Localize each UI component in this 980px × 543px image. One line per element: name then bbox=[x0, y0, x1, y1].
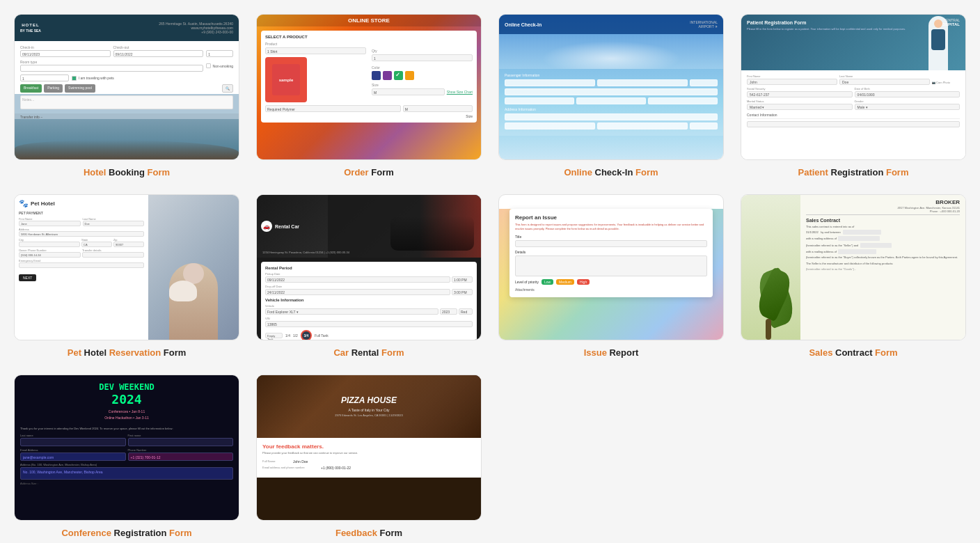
card-car-rental[interactable]: 🚗 Rental Car 1234 Hemingway St. Pasadena… bbox=[256, 194, 482, 358]
card-patient-form[interactable]: Patient Registration Form Please fill in… bbox=[741, 14, 966, 178]
label-checkin-form: Online Check-In Form bbox=[564, 167, 658, 178]
hotel-logo: HOTEL BY THE SEA bbox=[20, 23, 41, 32]
feedback-fullname: John Doe bbox=[293, 459, 308, 464]
feedback-title: Your feedback matters. bbox=[262, 443, 475, 450]
thumb-hotel-booking: HOTEL BY THE SEA 265 Hermitage St. Austi… bbox=[14, 14, 239, 160]
label-patient-form: Patient Registration Form bbox=[798, 167, 909, 178]
label-hotel-booking: Hotel Booking Form bbox=[84, 167, 170, 178]
conf-dates-2: Online Hackathon • Jan 3-11 bbox=[20, 416, 233, 420]
pizza-tagline: A Taste of Italy in Your City bbox=[348, 408, 389, 412]
thumb-feedback-form: PIZZA HOUSE A Taste of Italy in Your Cit… bbox=[256, 375, 482, 521]
card-order-form[interactable]: ONLINE STORE SELECT A PRODUCT Product 1 … bbox=[256, 14, 482, 178]
thumb-car-rental: 🚗 Rental Car 1234 Hemingway St. Pasadena… bbox=[256, 194, 482, 340]
conf-description: Thank you for your interest in attending… bbox=[20, 427, 233, 431]
label-conference-form: Conference Registration Form bbox=[61, 528, 191, 538]
feedback-desc: Please provide your feedback so that we … bbox=[262, 451, 475, 455]
pizza-brand-name: PIZZA HOUSE bbox=[341, 396, 397, 405]
label-feedback-form: Feedback Form bbox=[335, 528, 402, 538]
form-gallery: HOTEL BY THE SEA 265 Hermitage St. Austi… bbox=[14, 14, 966, 538]
card-issue-report[interactable]: Report an Issue This form is designed to… bbox=[498, 194, 724, 358]
thumb-pet-hotel: 🐾 Pet Hotel PET PAYMENT First Name Jane … bbox=[14, 194, 239, 340]
hotel-header-info: 265 Hermitage St. Austin, Massachusetts … bbox=[159, 22, 233, 34]
conf-dates-1: Conferences • Jan 8-11 bbox=[20, 409, 233, 414]
card-pet-hotel[interactable]: 🐾 Pet Hotel PET PAYMENT First Name Jane … bbox=[14, 194, 239, 358]
card-checkin-form[interactable]: Online Check-In INTERNATIONAL AIRPORT ✈ … bbox=[498, 14, 724, 178]
conf-event-name: DEV WEEKEND bbox=[20, 382, 233, 392]
conf-event-year: 2024 bbox=[20, 392, 233, 407]
card-hotel-booking[interactable]: HOTEL BY THE SEA 265 Hermitage St. Austi… bbox=[14, 14, 239, 178]
store-header: ONLINE STORE bbox=[257, 15, 481, 26]
thumb-sales-contract: BROKER 4917 Washington Ave. Manchester, … bbox=[741, 194, 966, 340]
thumb-conference-form: DEV WEEKEND 2024 Conferences • Jan 8-11 … bbox=[14, 375, 239, 521]
thumb-patient-form: Patient Registration Form Please fill in… bbox=[741, 14, 966, 160]
label-issue-report: Issue Report bbox=[584, 347, 639, 358]
card-feedback-form[interactable]: PIZZA HOUSE A Taste of Italy in Your Cit… bbox=[256, 375, 482, 538]
label-order-form: Order Form bbox=[344, 167, 394, 178]
label-car-rental: Car Rental Form bbox=[333, 347, 404, 358]
thumb-order-form: ONLINE STORE SELECT A PRODUCT Product 1 … bbox=[256, 14, 482, 160]
card-conference-form[interactable]: DEV WEEKEND 2024 Conferences • Jan 8-11 … bbox=[14, 375, 239, 538]
label-sales-contract: Sales Contract Form bbox=[809, 347, 897, 358]
thumb-checkin-form: Online Check-In INTERNATIONAL AIRPORT ✈ … bbox=[498, 14, 724, 160]
card-sales-contract[interactable]: BROKER 4917 Washington Ave. Manchester, … bbox=[741, 194, 966, 358]
feedback-contact: +1 (800) 000-01-22 bbox=[321, 466, 351, 470]
label-pet-hotel: Pet Hotel Reservation Form bbox=[68, 347, 187, 358]
order-panel: SELECT A PRODUCT Product 1 Shirt sample bbox=[261, 31, 477, 123]
thumb-issue-report: Report an Issue This form is designed to… bbox=[498, 194, 724, 340]
